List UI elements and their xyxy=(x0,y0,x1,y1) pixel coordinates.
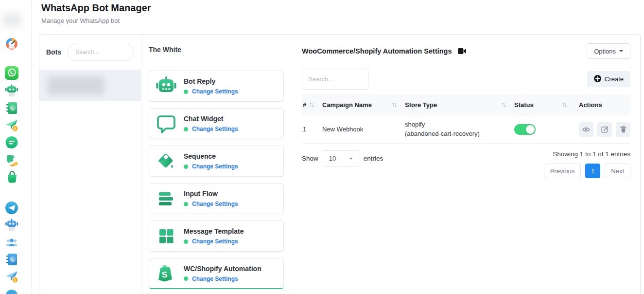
sort-icon xyxy=(392,102,397,108)
telegram-contacts-icon[interactable] xyxy=(5,253,18,266)
svg-text:1: 1 xyxy=(14,127,17,131)
pagination-next-button[interactable]: Next xyxy=(605,164,630,178)
pagination-page-1-button[interactable]: 1 xyxy=(585,164,600,178)
row-index: 1 xyxy=(302,126,322,133)
integrations-icon[interactable] xyxy=(5,153,18,166)
paint-bucket-icon xyxy=(156,150,177,172)
change-settings-link[interactable]: Change Settings xyxy=(192,163,238,170)
dashboard-gauge-icon[interactable] xyxy=(4,36,19,51)
app-icon-sidebar: 1 xyxy=(0,0,32,294)
svg-text:S: S xyxy=(161,270,168,279)
edit-icon xyxy=(601,126,609,133)
telegram-broadcast-icon[interactable]: 1 xyxy=(5,270,18,283)
menu-card-bot-reply[interactable]: Bot Reply Change Settings xyxy=(149,71,284,102)
page-header: WhatsApp Bot Manager Manage your WhatsAp… xyxy=(41,2,151,24)
store-type-cell: shopify (abandoned-cart-recovery) xyxy=(405,120,514,139)
page-title: WhatsApp Bot Manager xyxy=(41,2,151,14)
telegram-icon[interactable] xyxy=(5,201,18,215)
menu-card-sequence[interactable]: Sequence Change Settings xyxy=(149,146,284,177)
whatsapp-contacts-icon[interactable] xyxy=(5,101,18,115)
change-settings-link[interactable]: Change Settings xyxy=(192,201,238,207)
chat-bubble-icon xyxy=(156,113,177,134)
eye-icon xyxy=(582,126,590,133)
create-button[interactable]: Create xyxy=(587,71,630,87)
menu-card-message-template[interactable]: Message Template Change Settings xyxy=(149,220,284,252)
page-size-control: Show 10 entries xyxy=(302,150,383,166)
menu-card-title: Message Template xyxy=(184,227,244,235)
menu-card-chat-widget[interactable]: Chat Widget Change Settings xyxy=(149,108,284,139)
redacted-bot-name xyxy=(47,76,104,95)
table-row: 1 New Webhook shopify (abandoned-cart-re… xyxy=(302,115,630,144)
whatsapp-icon[interactable] xyxy=(5,66,18,80)
column-header-status[interactable]: Status xyxy=(514,101,575,109)
table-search-input[interactable] xyxy=(302,69,368,90)
telegram-group-icon[interactable] xyxy=(5,236,18,249)
menu-card-input-flow[interactable]: Input Flow Change Settings xyxy=(149,183,284,214)
whatsapp-bot-icon[interactable] xyxy=(5,84,18,97)
caret-down-icon xyxy=(619,50,623,52)
menu-card-title: Sequence xyxy=(184,152,238,160)
automation-settings-panel: WooCommerce/Shopify Automation Settings … xyxy=(292,35,640,294)
status-dot xyxy=(184,239,188,244)
menu-card-title: WC/Shopify Automation xyxy=(184,265,261,273)
bots-panel-title: Bots xyxy=(46,48,61,56)
automation-table: # Campaign Name Store Type Status Action… xyxy=(302,94,630,144)
trash-icon xyxy=(620,126,627,133)
robot-icon xyxy=(156,75,177,97)
sort-icon xyxy=(501,102,506,108)
delete-button[interactable] xyxy=(616,122,630,137)
status-dot xyxy=(184,165,188,169)
column-header-actions: Actions xyxy=(575,101,630,109)
svg-text:1: 1 xyxy=(14,278,17,282)
telegram-bot-icon[interactable] xyxy=(5,218,18,232)
bots-search-input[interactable] xyxy=(67,44,134,61)
column-header-store-type[interactable]: Store Type xyxy=(405,101,514,109)
grid-icon xyxy=(156,225,177,247)
page-subtitle: Manage your WhatsApp bot xyxy=(41,17,151,24)
status-dot xyxy=(184,202,188,206)
change-settings-link[interactable]: Change Settings xyxy=(192,88,238,95)
status-dot xyxy=(184,90,188,94)
status-dot xyxy=(184,276,188,281)
campaign-name-cell: New Webhook xyxy=(322,126,405,133)
menu-card-title: Input Flow xyxy=(184,190,238,198)
view-button[interactable] xyxy=(579,122,593,137)
bot-manager-card: Bots The White xyxy=(39,34,641,294)
whatsapp-chat-icon[interactable] xyxy=(5,136,18,149)
menu-card-title: Bot Reply xyxy=(184,77,238,85)
sort-icon xyxy=(309,102,314,108)
panel-title: WooCommerce/Shopify Automation Settings xyxy=(302,47,452,55)
entries-label: entries xyxy=(364,155,383,162)
menu-card-wc-shopify-automation[interactable]: S WC/Shopify Automation Change Settings xyxy=(149,258,284,289)
column-header-index[interactable]: # xyxy=(302,101,322,109)
status-toggle-on[interactable] xyxy=(514,124,536,135)
table-summary: Showing 1 to 1 of 1 entries xyxy=(544,150,630,158)
page-size-select[interactable]: 10 xyxy=(323,150,359,166)
change-settings-link[interactable]: Change Settings xyxy=(192,276,238,282)
bot-name-title: The White xyxy=(149,46,284,54)
menu-card-title: Chat Widget xyxy=(184,115,238,123)
chat-partial-icon[interactable] xyxy=(5,289,18,294)
video-camera-icon[interactable] xyxy=(458,48,466,54)
plus-circle-icon xyxy=(594,75,601,84)
row-actions xyxy=(575,122,630,137)
edit-button[interactable] xyxy=(597,122,612,137)
caret-down-icon xyxy=(349,158,353,160)
shopify-icon: S xyxy=(156,263,177,284)
blurred-logo xyxy=(3,14,21,26)
bot-list-item-selected[interactable] xyxy=(39,70,141,101)
bot-menu-panel: The White B xyxy=(141,35,292,294)
column-header-campaign-name[interactable]: Campaign Name xyxy=(322,101,405,109)
options-button[interactable]: Options xyxy=(587,43,630,59)
shop-bag-icon[interactable] xyxy=(5,170,18,184)
pagination: Previous 1 Next xyxy=(544,164,630,178)
change-settings-link[interactable]: Change Settings xyxy=(192,238,238,245)
status-dot xyxy=(184,127,188,131)
pagination-previous-button[interactable]: Previous xyxy=(544,164,581,178)
bots-panel: Bots xyxy=(39,35,141,294)
change-settings-link[interactable]: Change Settings xyxy=(192,126,238,132)
whatsapp-broadcast-icon[interactable]: 1 xyxy=(5,118,18,132)
sort-icon xyxy=(562,102,567,108)
bars-icon xyxy=(156,188,177,209)
show-label: Show xyxy=(302,155,318,162)
